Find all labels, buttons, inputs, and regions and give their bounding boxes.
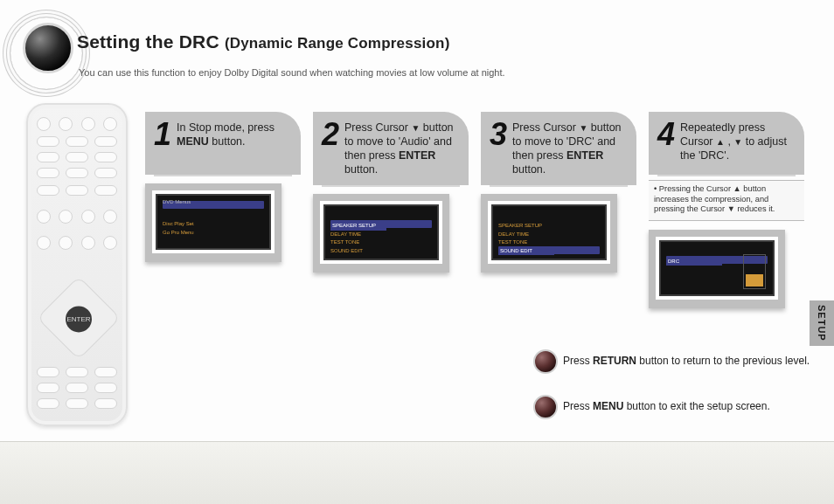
step-3-number: 3 bbox=[490, 119, 507, 150]
press-menu-row: Press MENU button to exit the setup scre… bbox=[533, 395, 770, 419]
step-4-tab: 4 Repeatedly press Cursor ▲ , ▼ to adjus… bbox=[649, 112, 804, 175]
step-3-screenshot: SPEAKER SETUP DELAY TIME TEST TONE SOUND… bbox=[481, 194, 617, 273]
step-2-text: Press Cursor ▼ button to move to 'Audio'… bbox=[344, 119, 455, 176]
page-bottom-fade bbox=[0, 441, 834, 504]
step-3-tab: 3 Press Cursor ▼ button to move to 'DRC'… bbox=[481, 112, 636, 185]
press-return-row: Press RETURN button to return to the pre… bbox=[533, 349, 810, 374]
intro-text: You can use this function to enjoy Dolby… bbox=[79, 66, 505, 79]
step-1-screenshot: DVD Menus Disc Play Set Go Pro Menu bbox=[145, 183, 281, 262]
bullet-icon bbox=[533, 395, 558, 419]
steps-row: 1 In Stop mode, press MENU button. DVD M… bbox=[145, 112, 804, 308]
title-sub: (Dynamic Range Compression) bbox=[225, 35, 450, 52]
remote-enter-button: ENTER bbox=[66, 306, 92, 332]
step-3-text: Press Cursor ▼ button to move to 'DRC' a… bbox=[512, 119, 622, 176]
press-menu-text: Press MENU button to exit the setup scre… bbox=[563, 400, 770, 414]
step-4-screenshot: DRC bbox=[649, 230, 785, 308]
bullet-icon bbox=[533, 349, 558, 374]
step-1-text: In Stop mode, press MENU button. bbox=[177, 119, 287, 148]
step-1: 1 In Stop mode, press MENU button. DVD M… bbox=[145, 112, 301, 308]
step-4-note: Pressing the Cursor ▲ button increases t… bbox=[649, 180, 804, 221]
step-2-tab: 2 Press Cursor ▼ button to move to 'Audi… bbox=[313, 112, 469, 185]
step-2-number: 2 bbox=[322, 119, 339, 150]
page-title: Setting the DRC (Dynamic Range Compressi… bbox=[77, 31, 450, 52]
step-1-tab: 1 In Stop mode, press MENU button. bbox=[145, 112, 301, 175]
step-2: 2 Press Cursor ▼ button to move to 'Audi… bbox=[313, 112, 469, 308]
side-tab-setup: SETUP bbox=[810, 300, 834, 346]
step-4-text: Repeatedly press Cursor ▲ , ▼ to adjust … bbox=[680, 119, 790, 162]
title-main: Setting the DRC bbox=[77, 31, 225, 52]
step-3: 3 Press Cursor ▼ button to move to 'DRC'… bbox=[481, 112, 636, 308]
speaker-icon bbox=[10, 17, 82, 89]
step-1-number: 1 bbox=[154, 119, 171, 150]
remote-dpad: ENTER bbox=[37, 276, 121, 360]
step-4: 4 Repeatedly press Cursor ▲ , ▼ to adjus… bbox=[649, 112, 804, 308]
press-return-text: Press RETURN button to return to the pre… bbox=[563, 355, 810, 369]
step-4-number: 4 bbox=[657, 119, 675, 150]
step-2-screenshot: SPEAKER SETUP DELAY TIME TEST TONE SOUND… bbox=[313, 194, 449, 273]
remote-control-graphic: ENTER bbox=[26, 103, 128, 426]
